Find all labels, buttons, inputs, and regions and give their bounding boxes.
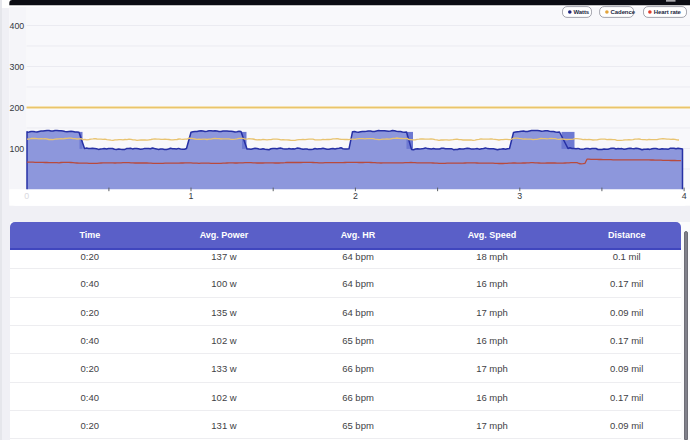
svg-text:100: 100 bbox=[10, 144, 25, 154]
svg-text:1: 1 bbox=[189, 191, 194, 201]
svg-text:Watts: Watts bbox=[574, 9, 590, 15]
svg-text:300: 300 bbox=[10, 62, 25, 72]
svg-text:2: 2 bbox=[353, 191, 358, 201]
svg-text:Cadence: Cadence bbox=[611, 9, 636, 15]
svg-text:4: 4 bbox=[682, 191, 687, 201]
svg-text:400: 400 bbox=[10, 21, 25, 31]
svg-text:0: 0 bbox=[24, 191, 29, 201]
svg-text:200: 200 bbox=[10, 103, 25, 113]
svg-text:Heart rate: Heart rate bbox=[654, 9, 682, 15]
svg-text:3: 3 bbox=[517, 191, 522, 201]
